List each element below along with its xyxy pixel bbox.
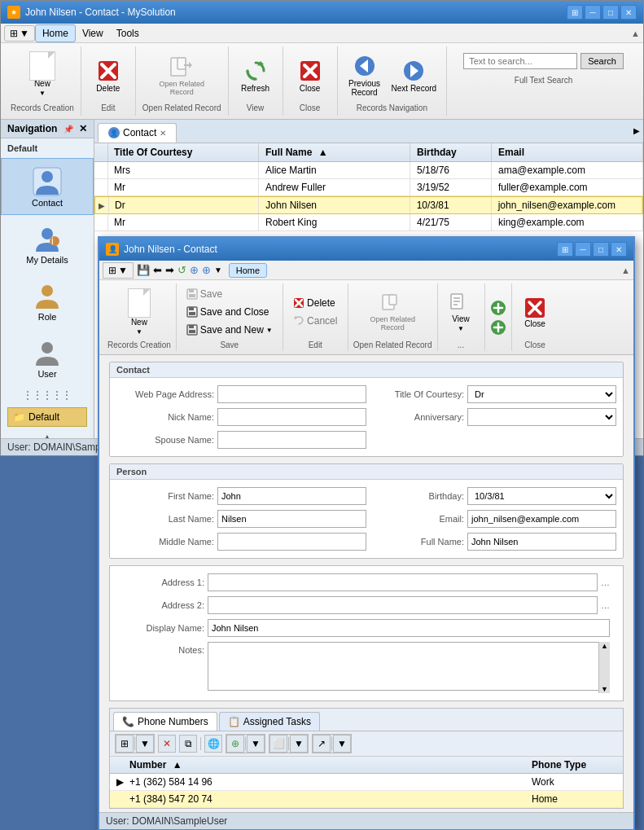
open-related-button[interactable]: Open RelatedRecord [156,51,208,99]
detail-save-button[interactable]: Save [182,286,227,302]
full-name-input[interactable] [467,533,616,551]
birthday-select[interactable]: 10/3/81 [467,487,616,505]
menu-tools[interactable]: Tools [110,25,146,42]
table-row[interactable]: Mr Andrew Fuller 3/19/52 fuller@example.… [94,179,643,196]
notes-scrollbar[interactable]: ▲ ▼ [598,642,610,693]
notes-textarea[interactable] [208,642,610,691]
table-row[interactable]: Mr Robert King 4/21/75 king@example.com [94,214,643,231]
window-close-btn[interactable]: ✕ [620,5,637,20]
detail-maximize-btn[interactable]: □ [593,242,609,257]
phone-delete-btn[interactable]: ✕ [158,735,176,753]
phone-list-item[interactable]: ▶ +1 (362) 584 14 96 Work [110,774,623,791]
search-button[interactable]: Search [580,53,624,69]
phone-list-item[interactable]: +1 (384) 547 20 74 Home [110,791,623,808]
phone-export-expand-btn[interactable]: ▼ [333,735,351,753]
title-of-courtesy-select[interactable]: Dr Mr Mrs Ms [467,385,616,403]
nav-item-contact[interactable]: Contact [1,158,94,215]
menu-view[interactable]: View [76,25,110,42]
middle-name-input[interactable] [217,533,366,551]
detail-toolbar-icon3[interactable]: ➡ [165,264,174,276]
spouse-name-input[interactable] [217,431,366,449]
detail-toolbar-dropdown[interactable]: ▼ [214,266,222,274]
tab-phone-numbers[interactable]: 📞 Phone Numbers [113,712,217,731]
detail-toolbar-icon5[interactable]: ⊕ [190,264,199,276]
notes-scroll-down[interactable]: ▼ [599,685,610,693]
phone-add-btn[interactable]: ⊕ [226,735,244,753]
delete-button[interactable]: Delete [88,55,129,96]
nav-close-btn[interactable]: ✕ [79,123,87,134]
nav-item-mydetails[interactable]: i My Details [1,215,94,272]
nav-pin-btn[interactable]: 📌 [64,125,73,134]
detail-ribbon-label-close: Close [524,340,545,349]
menu-quick-access[interactable]: ⊞ ▼ [4,25,35,42]
web-page-input[interactable] [217,385,366,403]
address2-input[interactable] [208,596,598,614]
tab-contact[interactable]: 👤 Contact ✕ [98,123,177,143]
nick-name-input[interactable] [217,408,366,426]
nav-item-user[interactable]: User [1,329,94,386]
detail-open-related-button[interactable]: Open RelatedRecord [366,289,418,335]
detail-quick-access[interactable]: ⊞ ▼ [103,262,134,279]
phone-export-btn[interactable]: ↗ [313,735,331,753]
address1-input[interactable] [208,573,598,591]
address2-expand-btn[interactable]: … [601,600,610,610]
nav-item-role[interactable]: Role [1,272,94,329]
detail-grid-btn[interactable]: ⊞ [557,242,573,257]
detail-menu-home[interactable]: Home [229,263,267,278]
phone-view-btn[interactable]: ⊞ [116,735,134,753]
phone-copy-btn[interactable]: ⧉ [179,735,197,753]
tab-scroll-btn[interactable]: ▶ [630,123,643,143]
prev-record-button[interactable]: PreviousRecord [344,50,385,100]
email-input[interactable] [467,510,616,528]
new-button[interactable]: New▼ [22,50,63,100]
phone-add-expand-btn[interactable]: ▼ [247,735,265,753]
phone-layout-expand-btn[interactable]: ▼ [290,735,308,753]
window-minimize-btn[interactable]: ─ [585,5,601,20]
phone-layout-btn[interactable]: ⬜ [269,735,287,753]
detail-minimize-btn[interactable]: ─ [575,242,591,257]
detail-new-button[interactable]: New▼ [120,285,157,339]
phone-web-btn[interactable]: 🌐 [204,735,222,753]
tab-close-btn[interactable]: ✕ [160,129,166,138]
next-record-button[interactable]: Next Record [388,55,440,96]
detail-cancel-button[interactable]: Cancel [288,313,342,329]
nav-scroll-up-btn[interactable]: ▲ [1,430,94,438]
detail-toolbar-icon2[interactable]: ⬅ [153,264,162,276]
tab-assigned-tasks[interactable]: 📋 Assigned Tasks [219,712,320,731]
first-name-input[interactable] [217,487,366,505]
table-row[interactable]: ▶ Dr John Nilsen 10/3/81 john_nilsen@exa… [94,196,643,214]
detail-ribbon-collapse-btn[interactable]: ▲ [621,266,630,275]
display-name-input[interactable] [208,619,610,637]
detail-delete-button[interactable]: Delete [288,295,340,311]
detail-save-new-button[interactable]: Save and New ▼ [182,322,278,338]
detail-close-btn[interactable]: ✕ [611,242,627,257]
refresh-button[interactable]: Refresh [235,55,276,96]
detail-close-button[interactable]: Close [517,293,554,332]
notes-scroll-up[interactable]: ▲ [599,642,610,650]
grid-col-birthday[interactable]: Birthday [410,143,492,161]
ribbon-collapse-btn[interactable]: ▲ [631,29,640,38]
detail-save-close-button[interactable]: Save and Close [182,304,274,320]
grid-col-fullname[interactable]: Full Name ▲ [259,143,410,161]
grid-col-title[interactable]: Title Of Courtesy [107,143,259,161]
address1-expand-btn[interactable]: … [601,577,610,587]
phone-expand-btn[interactable]: ▼ [136,735,154,753]
main-title-bar: ★ John Nilsen - Contact - MySolution ⊞ ─… [1,1,643,24]
table-row[interactable]: Mrs Alice Martin 5/18/76 ama@example.com [94,162,643,179]
detail-toolbar-icon6[interactable]: ⊕ [202,264,211,276]
window-maximize-btn[interactable]: □ [602,5,619,20]
close-button[interactable]: Close [290,55,331,96]
detail-toolbar-icon1[interactable]: 💾 [137,264,150,276]
anniversary-select[interactable] [467,408,616,426]
grid-col-email[interactable]: Email [492,143,643,161]
search-input[interactable] [463,53,577,69]
detail-plus-btn2[interactable] [490,319,506,336]
nav-default-folder[interactable]: 📁 Default [7,407,87,427]
detail-view-button[interactable]: View▼ [443,288,480,336]
phone-layout-group: ⬜ ▼ [269,734,309,753]
menu-home[interactable]: Home [35,24,76,42]
detail-toolbar-icon4[interactable]: ↺ [177,264,186,276]
detail-plus-btn1[interactable] [490,300,506,316]
window-grid-btn[interactable]: ⊞ [567,5,583,20]
last-name-input[interactable] [217,510,366,528]
